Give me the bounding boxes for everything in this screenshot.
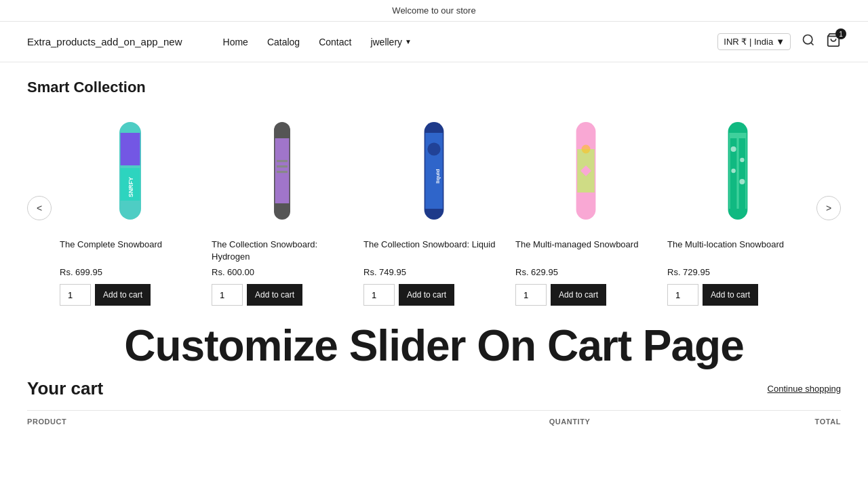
collection-title: Smart Collection <box>27 79 841 96</box>
quantity-input[interactable] <box>363 284 395 306</box>
product-name: The Collection Snowboard: Liquid <box>363 239 505 263</box>
site-logo[interactable]: Extra_products_add_on_app_new <box>27 36 182 47</box>
quantity-input[interactable] <box>667 284 698 306</box>
announcement-text: Welcome to our store <box>392 5 475 16</box>
product-name: The Complete Snowboard <box>60 239 201 263</box>
add-to-cart-button[interactable]: Add to cart <box>551 284 606 306</box>
product-image: liquid <box>363 110 505 232</box>
product-price: Rs. 629.95 <box>515 267 656 277</box>
search-button[interactable] <box>802 33 815 50</box>
svg-line-1 <box>811 43 814 45</box>
product-name: The Collection Snowboard: Hydrogen <box>212 239 353 263</box>
products-grid: SNRFY The Complete Snowboard Rs. 699.95 … <box>52 110 816 306</box>
product-card: The Multi-location Snowboard Rs. 729.95 … <box>667 110 808 306</box>
product-image <box>212 110 353 232</box>
chevron-down-icon: ▼ <box>405 38 412 45</box>
product-price: Rs. 729.95 <box>667 267 808 277</box>
product-card: The Collection Snowboard: Hydrogen Rs. 6… <box>212 110 353 306</box>
svg-text:SNRFY: SNRFY <box>127 177 134 197</box>
product-card: SNRFY The Complete Snowboard Rs. 699.95 … <box>60 110 201 306</box>
product-controls: Add to cart <box>212 284 353 306</box>
slider-prev-button[interactable]: < <box>27 196 52 220</box>
svg-point-0 <box>804 35 812 44</box>
add-to-cart-button[interactable]: Add to cart <box>95 284 151 306</box>
chevron-down-icon: ▼ <box>776 37 785 47</box>
cart-col-product-label: PRODUCT <box>27 418 434 426</box>
nav-catalog[interactable]: Catalog <box>267 37 300 47</box>
quantity-input[interactable] <box>212 284 243 306</box>
quantity-input[interactable] <box>515 284 547 306</box>
cart-title: Your cart <box>27 378 103 399</box>
product-image <box>667 110 808 232</box>
nav-jwellery[interactable]: jwellery ▼ <box>370 37 412 47</box>
product-name: The Multi-managed Snowboard <box>515 239 656 263</box>
svg-point-15 <box>427 142 440 155</box>
product-slider: < SNRFY The Complete Snowboard Rs. 699.9… <box>27 110 841 306</box>
product-card: liquid The Collection Snowboard: Liquid … <box>363 110 505 306</box>
quantity-input[interactable] <box>60 284 91 306</box>
svg-rect-11 <box>277 171 288 173</box>
svg-rect-22 <box>739 138 746 214</box>
product-price: Rs. 699.95 <box>60 267 201 277</box>
nav-home[interactable]: Home <box>223 37 248 47</box>
announcement-bar: Welcome to our store <box>0 0 868 22</box>
svg-rect-4 <box>121 133 140 165</box>
svg-text:liquid: liquid <box>435 169 441 183</box>
svg-point-26 <box>739 179 745 184</box>
slider-next-button[interactable]: > <box>816 196 841 220</box>
continue-shopping-link[interactable]: Continue shopping <box>768 384 841 394</box>
product-price: Rs. 749.95 <box>363 267 505 277</box>
header-actions: INR ₹ | India ▼ 1 <box>717 33 841 51</box>
svg-point-25 <box>731 169 735 173</box>
product-image <box>515 110 656 232</box>
svg-rect-10 <box>277 165 288 167</box>
cart-col-total-label: TOTAL <box>705 418 841 426</box>
add-to-cart-button[interactable]: Add to cart <box>247 284 302 306</box>
add-to-cart-button[interactable]: Add to cart <box>703 284 758 306</box>
header: Extra_products_add_on_app_new Home Catal… <box>0 22 868 62</box>
svg-point-18 <box>582 145 591 154</box>
product-controls: Add to cart <box>60 284 201 306</box>
main-nav: Home Catalog Contact jwellery ▼ <box>223 37 718 47</box>
product-card: The Multi-managed Snowboard Rs. 629.95 A… <box>515 110 656 306</box>
cart-table-header: PRODUCT QUANTITY TOTAL <box>27 410 841 432</box>
cart-count: 1 <box>835 28 846 39</box>
product-price: Rs. 600.00 <box>212 267 353 277</box>
product-image: SNRFY <box>60 110 201 232</box>
product-controls: Add to cart <box>515 284 656 306</box>
smart-collection: Smart Collection < SNRFY The Complete Sn… <box>0 62 868 317</box>
product-controls: Add to cart <box>667 284 808 306</box>
nav-contact[interactable]: Contact <box>319 37 351 47</box>
currency-selector[interactable]: INR ₹ | India ▼ <box>717 33 791 50</box>
customize-title: Customize Slider On Cart Page <box>0 322 868 369</box>
cart-header-row: Your cart Continue shopping <box>27 378 841 399</box>
cart-section: Your cart Continue shopping PRODUCT QUAN… <box>0 378 868 432</box>
product-controls: Add to cart <box>363 284 505 306</box>
svg-point-24 <box>740 158 744 162</box>
cart-button[interactable]: 1 <box>826 33 841 51</box>
product-name: The Multi-location Snowboard <box>667 239 808 263</box>
customize-overlay: Customize Slider On Cart Page <box>0 317 868 378</box>
cart-col-quantity-label: QUANTITY <box>434 418 705 426</box>
add-to-cart-button[interactable]: Add to cart <box>399 284 454 306</box>
svg-point-23 <box>731 146 736 152</box>
svg-rect-9 <box>277 160 288 162</box>
